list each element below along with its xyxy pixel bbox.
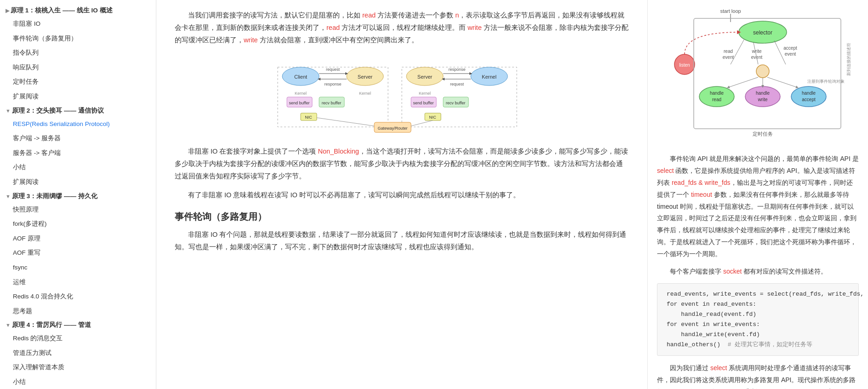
highlight-fds: read_fds & write_fds	[672, 179, 731, 186]
svg-text:Kernel: Kernel	[295, 91, 307, 96]
buffer-diagram: Client Server request response Kernel Ke…	[175, 53, 629, 136]
sidebar-item-server-to-client[interactable]: 服务器 -> 客户端	[0, 146, 156, 160]
svg-text:accept: accept	[783, 46, 797, 51]
svg-text:handle: handle	[710, 91, 724, 96]
svg-text:Server: Server	[358, 74, 373, 80]
sidebar: 原理 1：核桃入生 —— 线生 IO 概述 非阻塞 IO 事件轮询（多路复用） …	[0, 0, 156, 389]
sidebar-item-redis40[interactable]: Redis 4.0 混合持久化	[0, 289, 156, 304]
sidebar-section-2-items: RESP(Redis Serialization Protocol) 客户端 -…	[0, 117, 156, 189]
svg-point-43	[699, 86, 734, 107]
svg-line-61	[774, 40, 786, 64]
event-loop-svg: start loop selector listen handle read h…	[657, 5, 855, 143]
sidebar-item-extended-reading-1[interactable]: 扩展阅读	[0, 89, 156, 104]
sidebar-item-think-3[interactable]: 思考题	[0, 304, 156, 319]
sidebar-item-response-queue[interactable]: 响应队列	[0, 60, 156, 75]
svg-text:Kernel: Kernel	[419, 91, 431, 96]
svg-text:response: response	[448, 67, 465, 72]
svg-line-62	[728, 77, 758, 87]
svg-text:新到连接的描述符: 新到连接的描述符	[846, 43, 851, 76]
sidebar-item-fork[interactable]: fork(多进程)	[0, 217, 156, 231]
highlight-n: n	[455, 11, 459, 19]
svg-text:start loop: start loop	[720, 8, 741, 14]
svg-text:handle: handle	[756, 91, 770, 96]
svg-text:recv buffer: recv buffer	[322, 101, 341, 105]
sidebar-item-summary-4[interactable]: 小结	[0, 375, 156, 389]
svg-text:Gateway/Router: Gateway/Router	[377, 126, 407, 131]
sidebar-section-1[interactable]: 原理 1：核桃入生 —— 线生 IO 概述	[0, 4, 156, 17]
highlight-write: write	[468, 24, 482, 31]
event-loop-diagram: start loop selector listen handle read h…	[657, 5, 859, 144]
main-content: 当我们调用套接字的读写方法，默认它们是阻塞的，比如 read 方法要传递进去一个…	[156, 0, 647, 389]
svg-text:send buffer: send buffer	[413, 101, 434, 105]
right-socket-text: 每个客户端套接字 socket 都有对应的读写文件描述符。	[657, 266, 859, 278]
svg-text:handle: handle	[802, 91, 816, 96]
svg-text:response: response	[324, 82, 341, 86]
sidebar-item-timer[interactable]: 定时任务	[0, 74, 156, 89]
svg-text:event: event	[723, 55, 734, 60]
svg-text:注册到事件轮询对象: 注册到事件轮询对象	[807, 79, 845, 84]
svg-text:Kernel: Kernel	[482, 74, 497, 80]
svg-line-64	[767, 77, 797, 87]
svg-text:NIC: NIC	[429, 115, 436, 120]
highlight-write2: write	[244, 36, 258, 44]
sidebar-section-4[interactable]: 原理 4：雷厉风行 —— 管道	[0, 318, 156, 331]
svg-text:Server: Server	[417, 74, 433, 80]
highlight-select: select	[657, 167, 674, 174]
highlight-socket: socket	[723, 268, 742, 275]
svg-text:selector: selector	[753, 29, 772, 36]
sidebar-item-resp[interactable]: RESP(Redis Serialization Protocol)	[0, 117, 156, 132]
svg-line-35	[317, 118, 374, 126]
right-event-api-text1: 事件轮询 API 就是用来解决这个问题的，最简单的事件轮询 API 是 sele…	[657, 153, 859, 260]
highlight-timeout: timeout	[691, 191, 712, 198]
sidebar-item-event-polling[interactable]: 事件轮询（多路复用）	[0, 31, 156, 46]
nonblocking-paragraph: 非阻塞 IO 在套接字对象上提供了一个选项 Non_Blocking，当这个选项…	[175, 145, 629, 182]
sidebar-item-redis-msg[interactable]: Redis 的消息交互	[0, 331, 156, 346]
sidebar-item-pipeline-test[interactable]: 管道压力测试	[0, 346, 156, 360]
svg-text:Client: Client	[294, 74, 307, 80]
sidebar-section-3-items: 快照原理 fork(多进程) AOF 原理 AOF 重写 fsync 运维 Re…	[0, 202, 156, 319]
buffer-svg: Client Server request response Kernel Ke…	[273, 53, 531, 136]
event-paragraph: 非阻塞 IO 有个问题，那就是线程要读数据，结果读了一部分就返回了，线程如何知道…	[175, 229, 629, 253]
svg-text:listen: listen	[679, 63, 690, 68]
sidebar-item-snapshot[interactable]: 快照原理	[0, 202, 156, 217]
highlight-read2: read	[326, 24, 340, 31]
sidebar-item-pipeline-nature[interactable]: 深入理解管道本质	[0, 360, 156, 375]
svg-text:send buffer: send buffer	[289, 101, 310, 105]
svg-text:NIC: NIC	[305, 115, 312, 120]
svg-text:request: request	[450, 82, 464, 86]
svg-text:write: write	[757, 97, 768, 102]
svg-point-52	[756, 65, 769, 78]
svg-text:定时任务: 定时任务	[753, 131, 773, 137]
svg-text:recv buffer: recv buffer	[446, 101, 465, 105]
sidebar-section-4-items: Redis 的消息交互 管道压力测试 深入理解管道本质 小结	[0, 331, 156, 389]
sidebar-section-2[interactable]: 原理 2：交头接耳 —— 通信协议	[0, 104, 156, 117]
svg-point-46	[745, 86, 780, 107]
svg-text:read: read	[712, 97, 721, 102]
sidebar-item-fsync[interactable]: fsync	[0, 260, 156, 275]
svg-text:write: write	[751, 49, 762, 54]
svg-text:event: event	[785, 51, 796, 57]
svg-text:Kernel: Kernel	[359, 91, 371, 96]
right-multiplex-text: 因为我们通过 select 系统调用同时处理多个通道描述符的读写事件，因此我们将…	[657, 362, 859, 389]
svg-text:read: read	[724, 49, 733, 54]
sidebar-item-aof-rewrite[interactable]: AOF 重写	[0, 246, 156, 260]
svg-point-49	[791, 86, 826, 107]
sidebar-section-3[interactable]: 原理 3：未雨绸缪 —— 持久化	[0, 189, 156, 202]
sidebar-item-client-to-server[interactable]: 客户端 -> 服务器	[0, 131, 156, 146]
svg-text:accept: accept	[802, 97, 816, 102]
sidebar-item-nonblocking-io[interactable]: 非阻塞 IO	[0, 17, 156, 31]
svg-line-36	[411, 120, 433, 126]
sidebar-item-ops[interactable]: 运维	[0, 275, 156, 290]
sidebar-item-extended-reading-2[interactable]: 扩展阅读	[0, 175, 156, 189]
sidebar-item-summary-2[interactable]: 小结	[0, 160, 156, 175]
sidebar-item-aof[interactable]: AOF 原理	[0, 231, 156, 246]
sidebar-item-instruction-queue[interactable]: 指令队列	[0, 46, 156, 60]
highlight-read: read	[362, 11, 376, 19]
section-title-event: 事件轮询（多路复用）	[175, 211, 629, 223]
svg-text:request: request	[326, 67, 340, 72]
intro-paragraph: 当我们调用套接字的读写方法，默认它们是阻塞的，比如 read 方法要传递进去一个…	[175, 9, 629, 46]
code-block: read_events, write_events = select(read_…	[657, 283, 859, 356]
highlight-nonblocking: Non_Blocking	[318, 148, 359, 155]
highlight-select2: select	[710, 364, 727, 372]
sidebar-section-1-items: 非阻塞 IO 事件轮询（多路复用） 指令队列 响应队列 定时任务 扩展阅读	[0, 17, 156, 104]
